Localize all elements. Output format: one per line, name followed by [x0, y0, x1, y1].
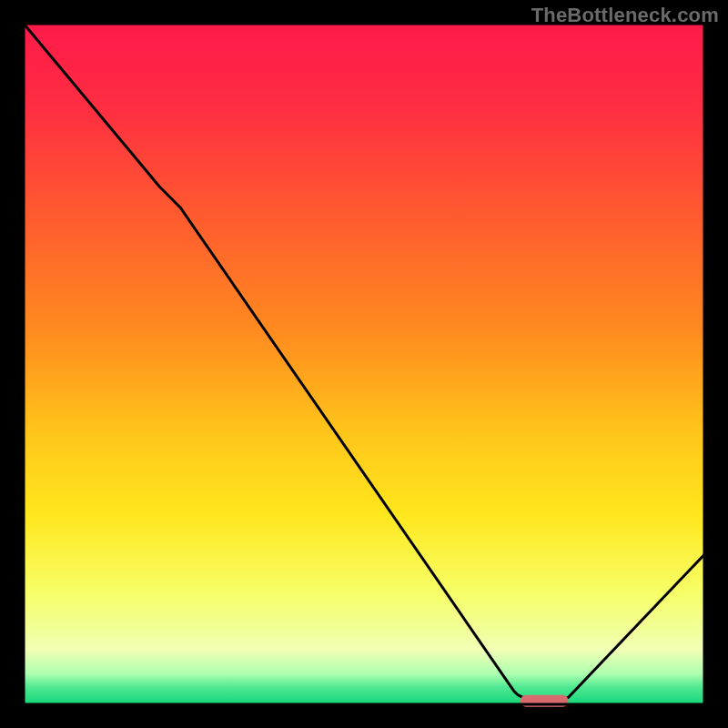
- chart-svg: [0, 0, 728, 728]
- chart-frame: TheBottleneck.com: [0, 0, 728, 728]
- plot-area: [24, 24, 704, 704]
- watermark-text: TheBottleneck.com: [531, 4, 719, 27]
